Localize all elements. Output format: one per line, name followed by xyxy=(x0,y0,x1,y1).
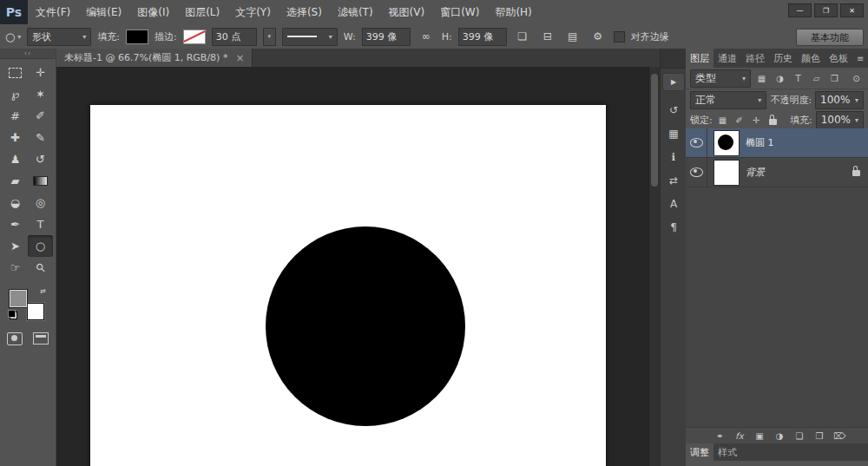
stroke-width-dropdown[interactable] xyxy=(263,28,276,46)
panel-menu-icon[interactable]: ≡ xyxy=(852,49,868,68)
rectangular-marquee-tool[interactable] xyxy=(3,62,28,83)
link-dimensions-icon[interactable]: ∞ xyxy=(417,28,436,45)
path-alignment-icon[interactable]: ⊟ xyxy=(538,28,557,45)
opacity-input[interactable]: 100% xyxy=(815,91,864,109)
add-layer-mask-icon[interactable]: ▣ xyxy=(753,429,766,443)
tool-mode-select[interactable]: 形状 xyxy=(27,28,91,46)
type-tool[interactable]: T xyxy=(28,213,53,235)
eraser-tool[interactable]: ▰ xyxy=(3,170,28,192)
tool-preset-picker[interactable]: ○ xyxy=(5,30,21,43)
screen-mode-button[interactable] xyxy=(33,332,49,345)
filter-pixel-layers-icon[interactable]: ▦ xyxy=(754,71,769,85)
filter-kind-select[interactable]: 类型 xyxy=(690,69,751,88)
tab-adjustments[interactable]: 调整 xyxy=(686,443,713,461)
paragraph-panel-icon[interactable]: ¶ xyxy=(663,218,684,236)
pasteboard[interactable] xyxy=(56,67,660,466)
swap-colors-icon[interactable]: ⇄ xyxy=(40,287,46,295)
minimize-button[interactable]: — xyxy=(788,3,812,17)
tab-channels[interactable]: 通道 xyxy=(713,49,741,68)
filter-adjustment-layers-icon[interactable]: ◑ xyxy=(773,71,787,85)
new-group-icon[interactable]: ❏ xyxy=(793,429,806,443)
shape-height-input[interactable]: 399 像 xyxy=(458,28,507,46)
tab-swatches[interactable]: 色板 xyxy=(825,49,852,68)
brush-tool[interactable]: ✎ xyxy=(28,127,53,148)
lock-all-icon[interactable] xyxy=(766,113,779,127)
shape-width-input[interactable]: 399 像 xyxy=(362,28,411,46)
workspace-switcher-button[interactable]: 基本功能 xyxy=(796,29,864,46)
tab-styles[interactable]: 样式 xyxy=(713,443,741,461)
actions-panel-icon[interactable]: ⇄ xyxy=(663,171,684,189)
canvas[interactable] xyxy=(90,105,606,466)
move-tool[interactable]: ✛ xyxy=(28,62,53,83)
default-colors-icon[interactable] xyxy=(10,312,17,319)
link-layers-icon[interactable]: ⚭ xyxy=(713,429,726,443)
character-panel-icon[interactable]: A xyxy=(663,194,684,213)
geometry-settings-gear-icon[interactable]: ⚙ xyxy=(589,28,608,45)
layer-thumbnail[interactable] xyxy=(713,160,740,186)
tab-layers[interactable]: 图层 xyxy=(686,49,713,68)
menu-select[interactable]: 选择(S) xyxy=(279,0,330,24)
clone-stamp-tool[interactable]: ♟ xyxy=(3,148,28,170)
tab-history[interactable]: 历史 xyxy=(769,49,797,68)
path-arrangement-icon[interactable]: ▤ xyxy=(563,28,582,45)
properties-panel-icon[interactable]: ▦ xyxy=(663,124,684,142)
menu-type[interactable]: 文字(Y) xyxy=(227,0,279,24)
layer-row-background[interactable]: 背景 xyxy=(686,158,868,187)
expand-panels-button[interactable]: ▶ xyxy=(662,73,685,91)
dodge-tool[interactable]: ◎ xyxy=(28,192,53,213)
stroke-style-select[interactable] xyxy=(282,28,338,46)
quick-mask-mode-button[interactable] xyxy=(7,332,23,345)
visibility-toggle[interactable] xyxy=(686,128,707,157)
toolbar-grip[interactable] xyxy=(0,49,56,59)
tab-paths[interactable]: 路径 xyxy=(741,49,769,68)
foreground-color-swatch[interactable] xyxy=(10,290,27,307)
align-edges-checkbox[interactable] xyxy=(614,31,625,43)
layer-style-icon[interactable]: fx xyxy=(733,429,746,443)
stroke-color-swatch[interactable] xyxy=(183,30,206,44)
spot-healing-brush-tool[interactable]: ✚ xyxy=(3,127,28,148)
menu-layer[interactable]: 图层(L) xyxy=(177,0,227,24)
eyedropper-tool[interactable]: ✐ xyxy=(28,105,53,127)
menu-window[interactable]: 窗口(W) xyxy=(432,0,487,24)
filter-smart-objects-icon[interactable]: ❒ xyxy=(827,71,842,85)
layer-name[interactable]: 椭圆 1 xyxy=(746,136,774,149)
close-button[interactable]: ✕ xyxy=(840,3,864,17)
background-color-swatch[interactable] xyxy=(27,303,44,320)
maximize-button[interactable]: ❐ xyxy=(814,3,838,17)
filter-toggle-icon[interactable]: ⊙ xyxy=(849,71,864,85)
document-tab[interactable]: 未标题-1 @ 66.7%(椭圆 1, RGB/8) * × xyxy=(56,49,253,67)
filter-shape-layers-icon[interactable]: ▱ xyxy=(809,71,824,85)
scrollbar-thumb[interactable] xyxy=(651,74,658,187)
path-selection-tool[interactable]: ➤ xyxy=(3,235,28,257)
menu-view[interactable]: 视图(V) xyxy=(381,0,433,24)
gradient-tool[interactable] xyxy=(28,170,53,192)
stroke-width-input[interactable]: 30 点 xyxy=(212,28,257,46)
menu-edit[interactable]: 编辑(E) xyxy=(78,0,129,24)
menu-image[interactable]: 图像(I) xyxy=(129,0,177,24)
ellipse-shape[interactable] xyxy=(266,226,465,426)
document-close-icon[interactable]: × xyxy=(235,52,244,64)
dock-grip[interactable] xyxy=(661,49,687,69)
history-brush-tool[interactable]: ↺ xyxy=(28,148,53,170)
menu-file[interactable]: 文件(F) xyxy=(28,0,78,24)
path-operations-icon[interactable]: ❏ xyxy=(513,28,532,45)
magic-wand-tool[interactable]: ✶ xyxy=(28,83,53,105)
visibility-toggle[interactable] xyxy=(686,158,707,187)
new-layer-icon[interactable]: ❐ xyxy=(813,429,825,443)
fill-opacity-input[interactable]: 100% xyxy=(816,111,864,129)
blend-mode-select[interactable]: 正常 xyxy=(690,91,766,109)
lock-transparency-icon[interactable]: ▦ xyxy=(716,113,729,127)
layer-thumbnail[interactable] xyxy=(713,130,740,156)
layer-name[interactable]: 背景 xyxy=(746,166,765,179)
history-panel-icon[interactable]: ↺ xyxy=(663,101,684,119)
filter-type-layers-icon[interactable]: T xyxy=(791,71,806,85)
zoom-tool[interactable]: ⚲ xyxy=(28,257,53,279)
blur-tool[interactable]: ◒ xyxy=(3,192,28,213)
delete-layer-icon[interactable]: ⌦ xyxy=(833,429,845,443)
hand-tool[interactable]: ☞ xyxy=(3,257,28,279)
lasso-tool[interactable]: ℘ xyxy=(3,83,28,105)
lock-position-icon[interactable]: ✛ xyxy=(749,113,762,127)
info-panel-icon[interactable]: ℹ xyxy=(663,148,684,166)
menu-help[interactable]: 帮助(H) xyxy=(487,0,539,24)
lock-pixels-icon[interactable]: ✐ xyxy=(733,113,746,127)
